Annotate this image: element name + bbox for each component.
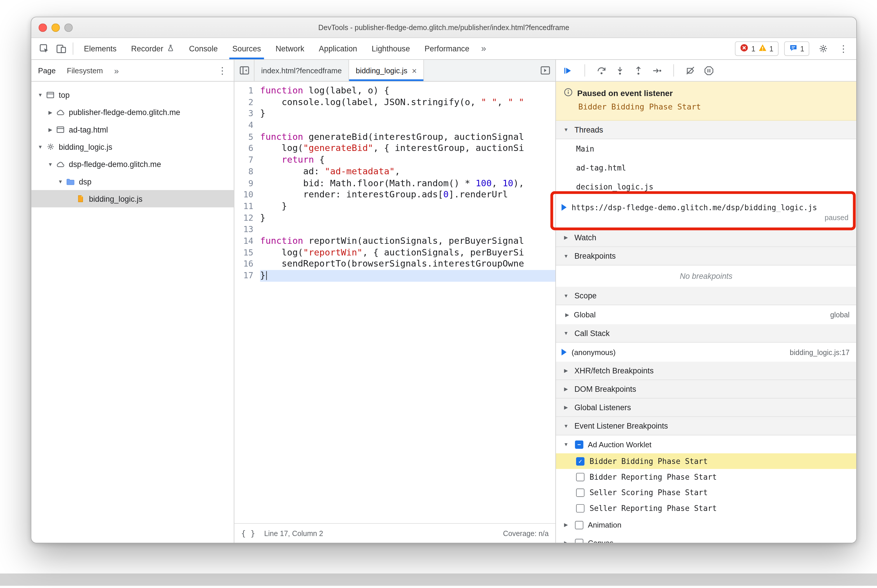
code-line-text[interactable]: log("generateBid", { interestGroup, auct… (260, 143, 555, 154)
seller-reporting-phase-start-checkbox[interactable] (576, 504, 585, 512)
line-number[interactable]: 4 (234, 120, 260, 131)
listener-group-canvas[interactable]: ▶Canvas (556, 534, 856, 543)
minimize-button[interactable] (51, 23, 60, 32)
seller-scoring-phase-start-checkbox[interactable] (576, 488, 585, 496)
section-header-event-listener-breakpoints[interactable]: ▼Event Listener Breakpoints (556, 417, 856, 435)
expander-down-icon[interactable]: ▼ (56, 178, 65, 184)
scope-row-global[interactable]: ▶Globalglobal (556, 305, 856, 324)
deactivate-breakpoints-icon[interactable] (685, 65, 696, 76)
expander-right-icon[interactable]: ▶ (46, 127, 55, 132)
line-number[interactable]: 3 (234, 108, 260, 120)
line-number[interactable]: 17 (234, 270, 260, 282)
listener-item-bidder-reporting-phase-start[interactable]: Bidder Reporting Phase Start (556, 469, 856, 484)
line-number[interactable]: 10 (234, 189, 260, 201)
tree-item-top[interactable]: ▼top (31, 86, 234, 104)
resume-icon[interactable] (563, 65, 573, 76)
section-expander-icon[interactable]: ▶ (561, 386, 570, 392)
titlebar[interactable]: DevTools - publisher-fledge-demo.glitch.… (31, 17, 856, 38)
listener-item-seller-scoring-phase-start[interactable]: Seller Scoring Phase Start (556, 484, 856, 500)
code-line-text[interactable]: return { (260, 154, 555, 166)
line-number[interactable]: 5 (234, 131, 260, 143)
code-line-text[interactable]: } (260, 212, 555, 224)
expander-right-icon[interactable]: ▶ (46, 109, 55, 115)
code-line-text[interactable]: ad: "ad-metadata", (260, 166, 555, 177)
navigator-more-chevron-icon[interactable]: » (114, 66, 119, 75)
section-expander-icon[interactable]: ▼ (561, 330, 570, 336)
section-expander-icon[interactable]: ▼ (561, 127, 570, 132)
navigator-tab-filesystem[interactable]: Filesystem (67, 66, 103, 75)
section-expander-icon[interactable]: ▶ (561, 405, 570, 410)
code-line-text[interactable]: } (260, 270, 555, 282)
step-into-icon[interactable] (615, 65, 625, 76)
animation-checkbox[interactable] (575, 520, 584, 529)
thread-row-ad-tag-html[interactable]: ad-tag.html (556, 158, 856, 177)
close-button[interactable] (39, 23, 47, 32)
tab-console[interactable]: Console (182, 38, 225, 59)
listener-item-seller-reporting-phase-start[interactable]: Seller Reporting Phase Start (556, 500, 856, 516)
tab-elements[interactable]: Elements (77, 38, 124, 59)
pause-on-exceptions-icon[interactable] (704, 65, 714, 76)
section-expander-icon[interactable]: ▼ (561, 423, 570, 429)
device-toolbar-icon[interactable] (53, 40, 69, 57)
code-line-text[interactable]: } (260, 108, 555, 120)
section-header-scope[interactable]: ▼Scope (556, 287, 856, 305)
section-header-call-stack[interactable]: ▼Call Stack (556, 324, 856, 342)
ad-auction-worklet-checkbox[interactable]: − (575, 440, 584, 449)
section-header-dom-breakpoints[interactable]: ▶DOM Breakpoints (556, 380, 856, 399)
toggle-navigator-icon[interactable] (234, 60, 254, 81)
line-number[interactable]: 7 (234, 154, 260, 166)
expander-down-icon[interactable]: ▼ (46, 161, 55, 167)
line-number[interactable]: 6 (234, 143, 260, 154)
listener-item-bidder-bidding-phase-start[interactable]: ✓Bidder Bidding Phase Start (556, 453, 856, 469)
step-out-icon[interactable] (633, 65, 644, 76)
listener-group-ad-auction-worklet[interactable]: ▼−Ad Auction Worklet (556, 435, 856, 453)
section-header-breakpoints[interactable]: ▼Breakpoints (556, 247, 856, 266)
listener-group-expander-icon[interactable]: ▶ (561, 522, 570, 528)
code-line-text[interactable] (260, 224, 555, 236)
section-expander-icon[interactable]: ▶ (561, 368, 570, 374)
tab-performance[interactable]: Performance (417, 38, 477, 59)
tree-item-bidding-logic-js[interactable]: bidding_logic.js (31, 190, 234, 207)
code-line-text[interactable]: bid: Math.floor(Math.random() * 100, 10)… (260, 177, 555, 189)
line-number[interactable]: 16 (234, 258, 260, 270)
line-number[interactable]: 8 (234, 166, 260, 177)
canvas-checkbox[interactable] (575, 538, 584, 543)
pretty-print-icon[interactable]: { } (241, 529, 255, 538)
console-status-badge[interactable]: 1 1 (735, 42, 778, 56)
tree-item-dsp-fledge-demo-glitch-me[interactable]: ▼dsp-fledge-demo.glitch.me (31, 155, 234, 172)
tab-recorder[interactable]: Recorder (124, 38, 182, 59)
bidder-reporting-phase-start-checkbox[interactable] (576, 472, 585, 481)
thread-row-decision-logic-js[interactable]: decision_logic.js (556, 177, 856, 196)
editor-tab-index-html-fencedframe[interactable]: index.html?fencedframe (254, 60, 349, 81)
editor-overflow-icon[interactable] (535, 60, 555, 81)
code-editor[interactable]: 1function log(label, o) {2 console.log(l… (234, 82, 555, 523)
section-expander-icon[interactable]: ▼ (561, 253, 570, 259)
code-line-text[interactable]: function log(label, o) { (260, 85, 555, 97)
listener-group-expander-icon[interactable]: ▶ (561, 540, 570, 543)
expander-down-icon[interactable]: ▼ (36, 144, 45, 150)
tab-application[interactable]: Application (311, 38, 364, 59)
section-expander-icon[interactable]: ▶ (561, 235, 570, 240)
tree-item-ad-tag-html[interactable]: ▶ad-tag.html (31, 121, 234, 138)
code-line-text[interactable]: render: interestGroup.ads[0].renderUrl (260, 189, 555, 201)
line-number[interactable]: 14 (234, 236, 260, 247)
code-line-text[interactable]: console.log(label, JSON.stringify(o, " "… (260, 97, 555, 108)
code-line-text[interactable]: } (260, 201, 555, 212)
line-number[interactable]: 12 (234, 212, 260, 224)
tree-item-publisher-fledge-demo-glitch-me[interactable]: ▶publisher-fledge-demo.glitch.me (31, 104, 234, 121)
section-header-watch[interactable]: ▶Watch (556, 229, 856, 247)
line-number[interactable]: 9 (234, 177, 260, 189)
issues-badge[interactable]: 1 (784, 42, 809, 56)
line-number[interactable]: 2 (234, 97, 260, 108)
code-line-text[interactable]: function reportWin(auctionSignals, perBu… (260, 236, 555, 247)
section-header-global-listeners[interactable]: ▶Global Listeners (556, 399, 856, 417)
section-expander-icon[interactable]: ▼ (561, 293, 570, 298)
listener-group-expander-icon[interactable]: ▼ (561, 441, 570, 447)
tree-item-bidding-logic-js[interactable]: ▼bidding_logic.js (31, 138, 234, 155)
inspect-icon[interactable] (36, 40, 53, 57)
thread-row-active[interactable]: https://dsp-fledge-demo.glitch.me/dsp/bi… (556, 196, 856, 229)
bidder-bidding-phase-start-checkbox[interactable]: ✓ (576, 457, 585, 465)
zoom-button[interactable] (64, 23, 73, 32)
expander-down-icon[interactable]: ▼ (36, 92, 45, 98)
call-stack-frame[interactable]: (anonymous)bidding_logic.js:17 (556, 343, 856, 362)
